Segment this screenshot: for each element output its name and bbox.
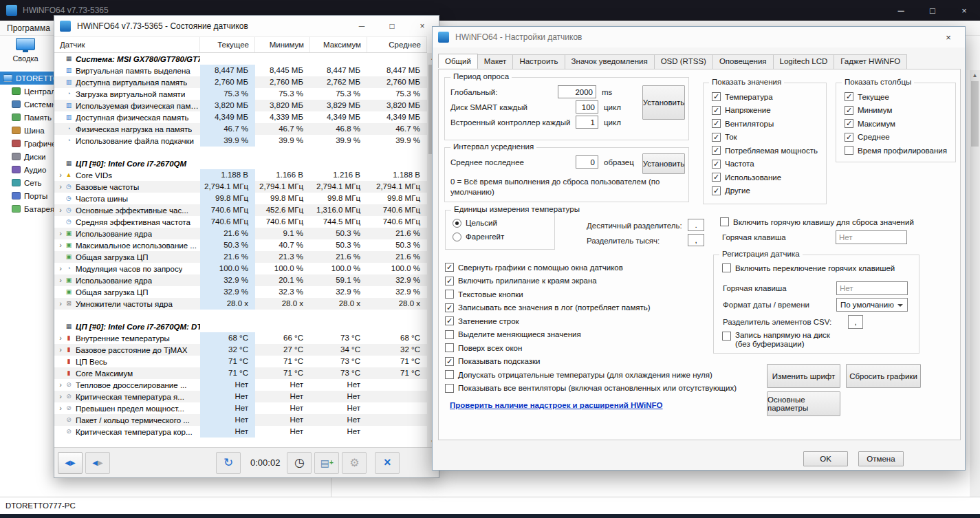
smart-poll-input[interactable] — [576, 100, 598, 114]
option-checkbox[interactable]: Допускать отрицательные температуры (для… — [445, 368, 737, 382]
show-column-checkbox[interactable]: Время профилирования — [845, 144, 947, 158]
tree-item[interactable]: Батарея — [0, 202, 54, 215]
tree-root-item[interactable]: DTORETTO777-PC — [0, 72, 54, 85]
settings-tab[interactable]: Logitech LCD — [773, 54, 835, 69]
tree-item[interactable]: Графические адаптеры — [0, 137, 54, 150]
sensor-row[interactable]: ▥Доступна виртуальная память2,760 МБ2,76… — [54, 76, 427, 88]
expand-icon[interactable]: › — [57, 379, 64, 391]
show-column-checkbox[interactable]: ✓Текущее — [845, 90, 947, 104]
column-header[interactable]: Текущее — [200, 37, 255, 52]
close-icon[interactable]: × — [948, 0, 980, 21]
show-column-checkbox[interactable]: ✓Среднее — [845, 131, 947, 144]
temp-unit-radio[interactable]: Цельсий — [453, 216, 504, 230]
tree-item[interactable]: Сеть — [0, 176, 54, 189]
maximize-icon[interactable]: □ — [917, 0, 948, 21]
show-value-checkbox[interactable]: ✓Потребляемая мощность — [712, 144, 818, 158]
tree-item[interactable]: Центральный процессор — [0, 85, 54, 98]
sensor-row[interactable]: ▥Доступная физическая память4,349 МБ4,33… — [54, 111, 427, 123]
clock-button[interactable]: ◷ — [287, 452, 312, 474]
sensor-row[interactable]: ›▲Core VIDs1.188 В1.166 В1.216 В1.188 В — [54, 169, 427, 181]
expand-icon[interactable]: › — [57, 239, 64, 251]
option-checkbox[interactable]: ✓Записывать все значения в лог (потребля… — [445, 301, 737, 315]
settings-tab[interactable]: OSD (RTSS) — [654, 54, 713, 69]
tree-item[interactable]: Шина — [0, 124, 54, 137]
main-scrollbar[interactable]: ▲ — [970, 70, 980, 497]
expand-icon[interactable]: › — [57, 391, 64, 402]
show-value-checkbox[interactable]: ✓Другие — [712, 184, 818, 198]
column-header[interactable]: Минимум — [255, 37, 310, 52]
expand-icon[interactable]: › — [57, 228, 64, 239]
next-values-button[interactable]: ◀▶ — [85, 452, 110, 474]
remote-refresh-button[interactable]: ↻ — [216, 452, 241, 474]
option-checkbox[interactable]: ✓Свернуть графики с помощью окна датчико… — [445, 261, 737, 274]
sensor-row[interactable]: ›◷Базовые частоты2,794.1 МГц2,794.1 МГц2… — [54, 181, 427, 193]
report-button[interactable]: ▤+ — [314, 452, 339, 474]
sensor-group-row[interactable]: ▦Система: MSI GX780/GT780/GT780DX/GT783 — [54, 53, 427, 65]
scroll-up-icon[interactable]: ▲ — [970, 70, 980, 80]
option-checkbox[interactable]: Поверх всех окон — [445, 341, 737, 355]
reset-hotkey-checkbox[interactable]: Включить горячую клавишу для сброса знач… — [720, 215, 914, 229]
expand-icon[interactable]: › — [57, 332, 64, 344]
sensor-close-button[interactable]: × — [375, 452, 400, 474]
logging-hotkey-input[interactable] — [836, 281, 908, 295]
sensor-row[interactable]: ›⊠Умножители частоты ядра28.0 x28.0 x28.… — [54, 298, 427, 310]
sensor-row[interactable]: ▥Используемая физическая память3,820 МБ3… — [54, 100, 427, 111]
column-header[interactable]: Датчик — [54, 37, 200, 52]
expand-icon[interactable]: › — [57, 169, 64, 181]
column-header[interactable]: Среднее — [367, 37, 427, 52]
sensor-row[interactable]: ◷Частота шины99.8 МГц99.8 МГц99.8 МГц99.… — [54, 193, 427, 204]
option-checkbox[interactable]: ✓Показывать подсказки — [445, 355, 737, 369]
option-checkbox[interactable]: Текстовые кнопки — [445, 288, 737, 301]
sensor-row[interactable]: ›▣Максимальное использование ...50.3 %40… — [54, 239, 427, 251]
sensor-row[interactable]: ›▮Базовое расстояние до TjMAX32 °C27 °C3… — [54, 344, 427, 356]
expand-icon[interactable]: › — [57, 263, 64, 274]
sensor-group-row[interactable]: ▦ЦП [#0]: Intel Core i7-2670QM — [54, 158, 427, 169]
decimal-separator-input[interactable] — [688, 219, 704, 231]
sensor-row[interactable]: ▮Core Максимум71 °C71 °C73 °C71 °C — [54, 367, 427, 379]
expand-icon[interactable]: › — [57, 204, 64, 216]
show-value-checkbox[interactable]: ✓Ток — [712, 131, 818, 144]
menu-program[interactable]: Программа — [0, 23, 57, 33]
expand-icon[interactable]: › — [57, 298, 64, 310]
show-value-checkbox[interactable]: ✓Использование — [712, 171, 818, 184]
option-checkbox[interactable]: ✓Затенение строк — [445, 314, 737, 328]
sensor-row[interactable]: ›▣Использование ядра21.6 %9.1 %50.3 %21.… — [54, 228, 427, 239]
sensor-row[interactable]: ›◷Основные эффективные час...740.6 МГц45… — [54, 204, 427, 216]
option-checkbox[interactable]: Выделите меняющиеся значения — [445, 328, 737, 342]
option-checkbox[interactable]: ✓Включить прилипание к краям экрана — [445, 274, 737, 288]
sensor-row[interactable]: ▮ЦП Весь71 °C71 °C73 °C71 °C — [54, 356, 427, 367]
tree-item[interactable]: Диски — [0, 150, 54, 163]
tree-item[interactable]: Системная плата — [0, 98, 54, 111]
expand-icon[interactable]: › — [57, 181, 64, 193]
addons-link[interactable]: Проверить наличие надстроек и расширений… — [450, 401, 663, 409]
sensor-row[interactable]: ▣Общая загрузка ЦП32.9 %32.3 %32.9 %32.9… — [54, 286, 427, 298]
column-header[interactable]: Максимум — [310, 37, 367, 52]
expand-icon[interactable]: › — [57, 274, 64, 286]
close-icon[interactable]: × — [933, 27, 963, 47]
settings-tab[interactable]: Макет — [477, 54, 514, 69]
sensor-row[interactable]: ▣Общая загрузка ЦП21.6 %21.3 %21.6 %21.6… — [54, 251, 427, 263]
sensor-row[interactable]: ◔Использование файла подкачки39.9 %39.9 … — [54, 135, 427, 147]
show-value-checkbox[interactable]: ✓Частота — [712, 158, 818, 171]
logging-direct-checkbox[interactable]: Запись напрямую на диск (без буферизации… — [722, 331, 842, 349]
reset-graphs-button[interactable]: Сбросить графики — [846, 364, 921, 388]
set-averaging-button[interactable]: Установить — [642, 153, 685, 174]
sensor-row[interactable]: ›◔Модуляция часов по запросу100.0 %100.0… — [54, 263, 427, 274]
change-font-button[interactable]: Изменить шрифт — [767, 364, 840, 388]
temp-unit-radio[interactable]: Фаренгейт — [453, 230, 504, 244]
tree-item[interactable]: Память — [0, 111, 54, 124]
sensor-row[interactable]: ◷Средняя эффективная частота740.6 МГц740… — [54, 216, 427, 228]
main-settings-button[interactable]: Основные параметры — [767, 391, 840, 416]
show-column-checkbox[interactable]: ✓Максимум — [845, 117, 947, 131]
sensor-row[interactable]: ◔Физическая нагрузка на память46.7 %46.7… — [54, 123, 427, 135]
maximize-icon[interactable]: □ — [377, 16, 407, 36]
show-value-checkbox[interactable]: ✓Напряжение — [712, 104, 818, 118]
sensor-row[interactable]: ›⊘Тепловое дросселирование ...НетНетНет — [54, 379, 427, 391]
minimize-icon[interactable]: ─ — [885, 0, 917, 21]
sensor-group-row[interactable]: ▦ЦП [#0]: Intel Core i7-2670QM: DTS — [54, 321, 427, 332]
sensor-row[interactable]: ›⊘Критическая температура я...НетНетНет — [54, 391, 427, 402]
option-checkbox[interactable]: Показывать все вентиляторы (включая оста… — [445, 382, 737, 396]
sensor-row[interactable]: ⊘Пакет / кольцо термического ...НетНетНе… — [54, 414, 427, 426]
set-polling-button[interactable]: Установить — [642, 85, 685, 120]
settings-tab[interactable]: Оповещения — [712, 54, 774, 69]
